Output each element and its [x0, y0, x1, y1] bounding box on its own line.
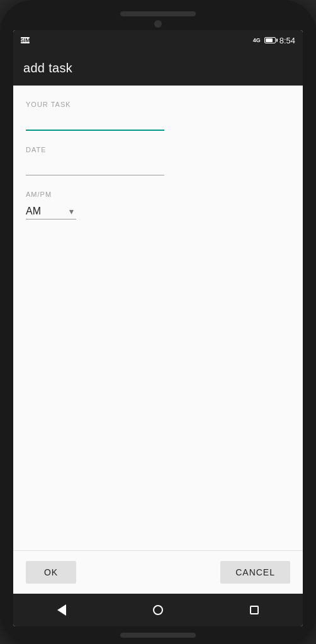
clock: 8:54	[279, 36, 295, 45]
ampm-label: AM/PM	[26, 191, 290, 198]
task-field-group: YOUR TASK	[26, 101, 290, 131]
sim-icon: SIM	[21, 37, 30, 43]
app-title: add task	[23, 61, 72, 75]
task-label: YOUR TASK	[26, 101, 290, 108]
screen: SIM 4G 8:54 add task YOUR TASK	[13, 30, 303, 626]
battery-fill	[266, 38, 273, 42]
task-input[interactable]	[26, 113, 164, 131]
home-button[interactable]	[145, 597, 171, 623]
cancel-button[interactable]: CANCEL	[220, 561, 290, 584]
app-bar: add task	[13, 50, 303, 86]
back-icon	[57, 604, 66, 616]
nav-bar	[13, 594, 303, 626]
phone-shell: SIM 4G 8:54 add task YOUR TASK	[0, 0, 316, 644]
date-field-group: DATE	[26, 146, 290, 175]
bottom-speaker	[120, 633, 196, 638]
ok-button[interactable]: OK	[26, 561, 76, 584]
top-speaker	[120, 11, 196, 16]
front-camera	[154, 20, 162, 28]
recents-button[interactable]	[242, 597, 267, 623]
ampm-field-group: AM/PM AM PM ▾	[26, 191, 290, 219]
status-bar-left: SIM	[21, 37, 253, 43]
chevron-down-icon: ▾	[69, 206, 74, 216]
ampm-dropdown-wrapper: AM PM ▾	[26, 203, 76, 219]
home-icon	[153, 605, 163, 615]
recents-icon	[250, 606, 259, 614]
content-area: YOUR TASK DATE AM/PM AM PM ▾	[13, 86, 303, 550]
button-row: OK CANCEL	[13, 550, 303, 594]
back-button[interactable]	[49, 597, 74, 623]
status-bar: SIM 4G 8:54	[13, 30, 303, 50]
status-bar-right: 4G 8:54	[253, 36, 295, 45]
lte-indicator: 4G	[253, 37, 261, 43]
date-input[interactable]	[26, 158, 164, 175]
date-label: DATE	[26, 146, 290, 153]
phone-bottom	[120, 626, 196, 644]
ampm-select[interactable]: AM PM	[26, 206, 64, 216]
battery-icon	[264, 37, 276, 43]
